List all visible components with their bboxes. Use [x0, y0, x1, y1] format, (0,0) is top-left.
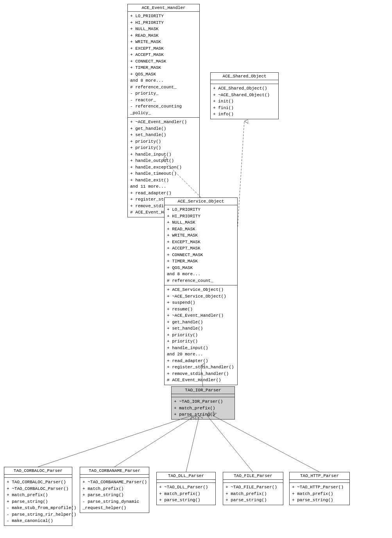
tao-file-parser-box: TAO_FILE_Parser + ~TAO_FILE_Parser() + m…: [223, 472, 283, 505]
tao-corbaloc-parser-box: TAO_CORBALOC_Parser + TAO_CORBALOC_Parse…: [4, 467, 72, 526]
tao-corbaloc-parser-title: TAO_CORBALOC_Parser: [4, 467, 72, 475]
tao-corbaname-parser-title: TAO_CORBANAME_Parser: [80, 467, 149, 475]
tao-file-parser-title: TAO_FILE_Parser: [223, 472, 283, 480]
tao-ior-parser-methods: + ~TAO_IOR_Parser() + match_prefix() + p…: [172, 397, 234, 419]
ace-event-handler-title: ACE_Event_Handler: [128, 4, 199, 12]
tao-file-parser-methods: + ~TAO_FILE_Parser() + match_prefix() + …: [223, 483, 283, 505]
ace-shared-object-empty: [211, 80, 278, 84]
ace-service-object-box: ACE_Service_Object + LO_PRIORITY + HI_PR…: [164, 197, 238, 385]
tao-http-parser-box: TAO_HTTP_Parser + ~TAO_HTTP_Parser() + m…: [289, 472, 350, 505]
tao-http-empty: [290, 480, 349, 483]
corbaname-to-ior-line: [115, 416, 195, 467]
tao-http-parser-methods: + ~TAO_HTTP_Parser() + match_prefix() + …: [290, 483, 349, 505]
tao-dll-parser-title: TAO_DLL_Parser: [157, 472, 215, 480]
diagram-container: ACE_Event_Handler + LO_PRIORITY + HI_PRI…: [0, 0, 392, 538]
dll-to-ior-line: [186, 416, 199, 472]
ace-service-object-methods: + ACE_Service_Object() + ~ACE_Service_Ob…: [165, 285, 237, 385]
ace-shared-object-methods: + ACE_Shared_Object() + ~ACE_Shared_Obje…: [211, 84, 278, 119]
ace-event-handler-attributes: + LO_PRIORITY + HI_PRIORITY + NULL_MASK …: [128, 12, 199, 118]
ace-shared-object-box: ACE_Shared_Object + ACE_Shared_Object() …: [210, 72, 279, 119]
tao-ior-parser-title: TAO_IOR_Parser: [172, 387, 234, 394]
tao-corbaname-parser-methods: + ~TAO_CORBANAME_Parser() + match_prefix…: [80, 478, 149, 513]
tao-corbaloc-parser-methods: + TAO_CORBALOC_Parser() + ~TAO_CORBALOC_…: [4, 478, 72, 525]
file-to-ior-line: [207, 416, 253, 472]
service-to-shared-line: [238, 121, 244, 227]
ace-event-handler-box: ACE_Event_Handler + LO_PRIORITY + HI_PRI…: [127, 4, 200, 217]
tao-corbaname-parser-box: TAO_CORBANAME_Parser + ~TAO_CORBANAME_Pa…: [80, 467, 149, 513]
tao-file-empty: [223, 480, 283, 483]
http-to-ior-line: [213, 416, 319, 472]
corbaloc-to-ior-line: [38, 416, 192, 467]
tao-dll-parser-box: TAO_DLL_Parser + ~TAO_DLL_Parser() + mat…: [156, 472, 216, 505]
tao-dll-parser-methods: + ~TAO_DLL_Parser() + match_prefix() + p…: [157, 483, 215, 505]
ace-shared-object-title: ACE_Shared_Object: [211, 73, 278, 80]
tao-http-parser-title: TAO_HTTP_Parser: [290, 472, 349, 480]
tao-dll-empty: [157, 480, 215, 483]
tao-ior-parser-box: TAO_IOR_Parser + ~TAO_IOR_Parser() + mat…: [171, 386, 235, 420]
ace-service-object-attributes: + LO_PRIORITY + HI_PRIORITY + NULL_MASK …: [165, 205, 237, 285]
tao-corbaloc-empty: [4, 475, 72, 478]
tao-ior-parser-empty: [172, 394, 234, 397]
tao-corbaname-empty: [80, 475, 149, 478]
ace-service-object-title: ACE_Service_Object: [165, 198, 237, 205]
